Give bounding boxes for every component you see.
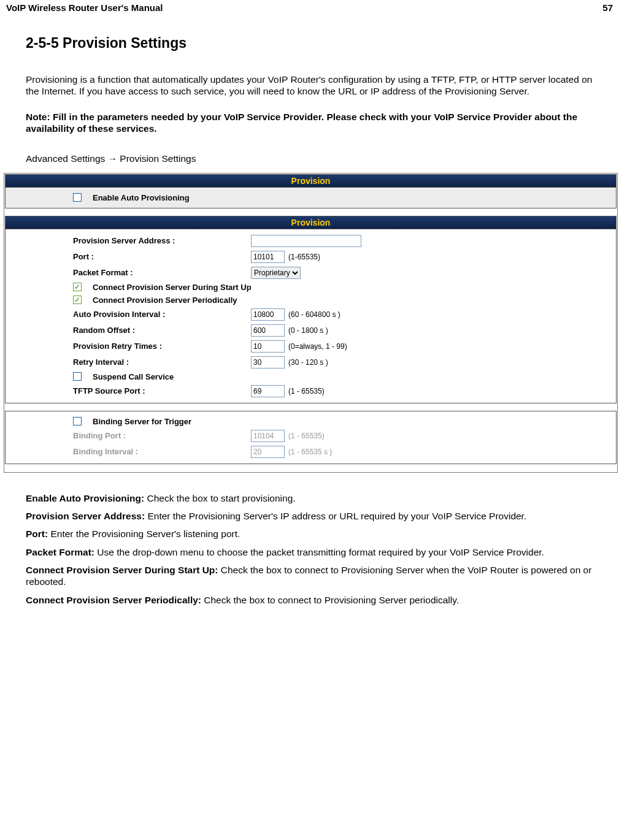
- binding-port-hint: (1 - 65535): [288, 432, 325, 440]
- auto-interval-hint: (60 - 604800 s ): [288, 310, 340, 319]
- retry-times-hint: (0=always, 1 - 99): [288, 342, 347, 351]
- manual-title: VoIP Wireless Router User's Manual: [6, 2, 163, 13]
- random-offset-label: Random Offset :: [73, 326, 251, 335]
- packet-format-select[interactable]: Proprietary: [251, 267, 301, 279]
- tftp-port-label: TFTP Source Port :: [73, 386, 251, 395]
- def-desc: Enter the Provisioning Server's listenin…: [48, 529, 240, 539]
- panel-provision-top: Provision ✓ Enable Auto Provisioning: [5, 174, 617, 208]
- def-term: Provision Server Address:: [26, 511, 145, 521]
- page-number: 57: [602, 2, 613, 13]
- binding-port-label: Binding Port :: [73, 431, 251, 440]
- connect-startup-checkbox[interactable]: ✓: [73, 283, 82, 291]
- def-term: Connect Provision Server Periodically:: [26, 595, 201, 605]
- server-address-input[interactable]: [251, 235, 361, 247]
- port-hint: (1-65535): [288, 253, 320, 261]
- note-paragraph: Note: Fill in the parameters needed by y…: [26, 111, 593, 135]
- def-term: Packet Format:: [26, 547, 94, 557]
- enable-auto-provisioning-label: Enable Auto Provisioning: [93, 193, 190, 202]
- random-offset-hint: (0 - 1800 s ): [288, 326, 328, 335]
- def-term: Connect Provision Server During Start Up…: [26, 565, 218, 575]
- def-desc: Check the box to connect to Provisioning…: [201, 595, 459, 605]
- connect-periodic-checkbox[interactable]: ✓: [73, 296, 82, 304]
- panel-header-provision-main: Provision: [6, 216, 616, 229]
- binding-interval-hint: (1 - 65535 s ): [288, 448, 332, 456]
- binding-interval-label: Binding Interval :: [73, 447, 251, 456]
- def-term: Port:: [26, 529, 48, 539]
- tftp-port-input[interactable]: [251, 385, 285, 397]
- tftp-port-hint: (1 - 65535): [288, 387, 325, 395]
- binding-trigger-checkbox[interactable]: ✓: [73, 417, 82, 426]
- def-item: Connect Provision Server Periodically: C…: [26, 594, 593, 606]
- retry-interval-hint: (30 - 120 s ): [288, 358, 328, 367]
- def-item: Packet Format: Use the drop-down menu to…: [26, 546, 593, 558]
- breadcrumb: Advanced Settings → Provision Settings: [26, 153, 593, 164]
- panel-provision-main: Provision Provision Server Address : Por…: [5, 216, 617, 403]
- def-item: Connect Provision Server During Start Up…: [26, 564, 593, 588]
- intro-paragraph: Provisioning is a function that automati…: [26, 74, 593, 97]
- settings-screenshot: Provision ✓ Enable Auto Provisioning Pro…: [4, 173, 618, 473]
- suspend-call-label: Suspend Call Service: [93, 372, 174, 381]
- retry-times-input[interactable]: [251, 340, 285, 353]
- retry-interval-label: Retry Interval :: [73, 357, 251, 367]
- def-item: Provision Server Address: Enter the Prov…: [26, 510, 593, 522]
- retry-times-label: Provision Retry Times :: [73, 342, 251, 351]
- auto-interval-label: Auto Provision Interval :: [73, 310, 251, 319]
- auto-interval-input[interactable]: [251, 308, 285, 321]
- def-desc: Use the drop-down menu to choose the pac…: [94, 547, 544, 557]
- panel-binding: ✓ Binding Server for Trigger Binding Por…: [5, 411, 617, 464]
- binding-trigger-label: Binding Server for Trigger: [93, 417, 191, 426]
- packet-format-label: Packet Format :: [73, 268, 251, 277]
- port-input[interactable]: [251, 251, 285, 263]
- connect-periodic-label: Connect Provision Server Periodically: [93, 296, 237, 305]
- suspend-call-checkbox[interactable]: ✓: [73, 372, 82, 381]
- enable-auto-provisioning-checkbox[interactable]: ✓: [73, 193, 82, 202]
- page-header: VoIP Wireless Router User's Manual 57: [0, 0, 619, 17]
- def-term: Enable Auto Provisioning:: [26, 493, 144, 503]
- panel-header-provision-top: Provision: [6, 175, 616, 188]
- definitions-list: Enable Auto Provisioning: Check the box …: [26, 492, 593, 606]
- binding-port-input: [251, 430, 285, 442]
- server-address-label: Provision Server Address :: [73, 236, 251, 245]
- def-item: Port: Enter the Provisioning Server's li…: [26, 528, 593, 540]
- retry-interval-input[interactable]: [251, 356, 285, 368]
- binding-interval-input: [251, 446, 285, 458]
- section-title: 2-5-5 Provision Settings: [26, 35, 593, 52]
- def-desc: Enter the Provisioning Server's IP addre…: [145, 511, 526, 521]
- def-item: Enable Auto Provisioning: Check the box …: [26, 492, 593, 504]
- def-desc: Check the box to start provisioning.: [144, 493, 295, 503]
- connect-startup-label: Connect Provision Server During Start Up: [93, 283, 252, 292]
- port-label: Port :: [73, 252, 251, 261]
- random-offset-input[interactable]: [251, 324, 285, 337]
